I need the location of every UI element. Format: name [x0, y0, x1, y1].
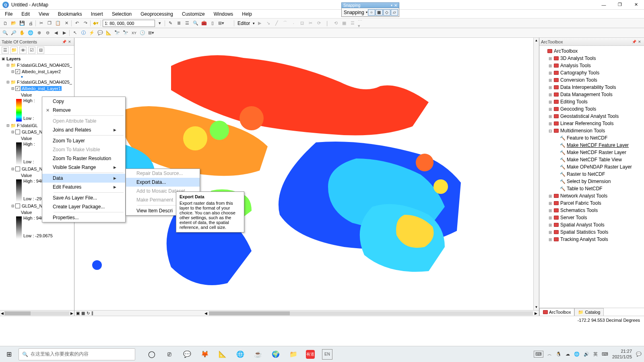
snapping-toolbar[interactable]: Snapping ▾ ✕ Snapping▾ ○ ▦ ◇ ▱: [341, 2, 399, 17]
tree-node[interactable]: ⊞Server Tools: [540, 214, 643, 221]
tree-node[interactable]: ⊞Data Management Tools: [540, 91, 643, 98]
identify-icon[interactable]: ⓘ: [80, 29, 87, 37]
menu-item[interactable]: Export Data...: [126, 178, 200, 187]
snap-point-button[interactable]: ○: [368, 9, 375, 16]
edit-arc-icon[interactable]: ⌒: [281, 20, 289, 27]
menu-item[interactable]: Properties...: [42, 213, 125, 222]
scale-dropdown-icon[interactable]: ▾: [156, 20, 163, 27]
menu-item[interactable]: Copy: [42, 97, 125, 106]
tree-node[interactable]: 🔨Make NetCDF Feature Layer: [540, 142, 643, 149]
snapping-title[interactable]: Snapping ▾ ✕: [341, 2, 399, 8]
map-hscroll-left[interactable]: ◀: [204, 311, 207, 315]
java-icon[interactable]: ☕: [253, 349, 263, 360]
tray-chevron-up-icon[interactable]: ︿: [547, 351, 552, 357]
html-popup-icon[interactable]: 💬: [97, 29, 104, 37]
edit-sketch-icon[interactable]: ☰: [349, 20, 356, 27]
snapping-close-icon[interactable]: ✕: [394, 3, 397, 8]
menu-file[interactable]: File: [3, 10, 14, 18]
list-by-drawing-order-icon[interactable]: ☰: [2, 47, 9, 54]
toc-horizontal-scrollbar[interactable]: ◀▶: [0, 310, 74, 316]
tree-node[interactable]: ⊞Data Interoperability Tools: [540, 84, 643, 91]
copy-icon[interactable]: ❐: [46, 20, 53, 27]
find-route-icon[interactable]: 🔭: [122, 29, 129, 37]
new-document-icon[interactable]: 🗋: [2, 20, 9, 27]
menu-customize[interactable]: Customize: [180, 10, 206, 18]
edit-vertex-icon[interactable]: ↘: [264, 20, 272, 27]
toc-close-icon[interactable]: ✕: [67, 40, 72, 44]
snapping-dropdown-caret[interactable]: ▾: [391, 4, 392, 7]
menu-selection[interactable]: Selection: [110, 10, 133, 18]
undo-icon[interactable]: ↶: [73, 20, 80, 27]
redo-icon[interactable]: ↷: [82, 20, 89, 27]
goto-xy-icon[interactable]: XY: [130, 29, 138, 37]
scale-input[interactable]: 1: 80, 000, 000: [103, 20, 155, 27]
tray-volume-icon[interactable]: 🔊: [584, 352, 589, 357]
minimize-button[interactable]: —: [596, 0, 612, 10]
toc-pin-icon[interactable]: 📌: [61, 40, 67, 44]
full-extent-icon[interactable]: 🌐: [27, 29, 34, 37]
youdao-icon[interactable]: 有道: [306, 350, 315, 359]
tree-node[interactable]: ⊞Cartography Tools: [540, 69, 643, 76]
tray-ime-indicator[interactable]: ⌨: [534, 351, 543, 358]
tree-node[interactable]: ⊟Multidimension Tools: [540, 127, 643, 134]
tree-node[interactable]: ⊞Geocoding Tools: [540, 105, 643, 113]
tree-node[interactable]: ArcToolbox: [540, 47, 643, 55]
snap-vertex-button[interactable]: ◇: [383, 9, 390, 16]
select-elements-icon[interactable]: ↖: [71, 29, 78, 37]
tray-clock[interactable]: 21:27 2021/1/25: [612, 349, 632, 359]
edit-attr-icon[interactable]: ▦: [341, 20, 348, 27]
hyperlink-icon[interactable]: ⚡: [88, 29, 95, 37]
menu-edit[interactable]: Edit: [20, 10, 31, 18]
tree-node[interactable]: 🔨Make OPeNDAP Raster Layer: [540, 163, 643, 171]
tree-node[interactable]: 🔨Make NetCDF Raster Layer: [540, 149, 643, 156]
paste-icon[interactable]: 📋: [54, 20, 62, 27]
refresh-view-icon[interactable]: ↻: [87, 311, 90, 315]
map-hscroll-right[interactable]: ▶: [535, 311, 537, 315]
snap-end-button[interactable]: ▦: [376, 9, 383, 16]
edit-cut-icon[interactable]: ✂: [307, 20, 314, 27]
tree-node[interactable]: 🔨Table to NetCDF: [540, 185, 643, 192]
next-extent-icon[interactable]: ▶: [61, 29, 68, 37]
tray-notifications-icon[interactable]: 💬: [636, 352, 642, 357]
tree-node[interactable]: ⊞Spatial Analyst Tools: [540, 221, 643, 228]
tree-node[interactable]: 🔨Select by Dimension: [540, 178, 643, 185]
tree-node[interactable]: ⊞Editing Tools: [540, 98, 643, 105]
edit-tool-icon[interactable]: ▶: [256, 20, 263, 27]
map-vertical-scrollbar[interactable]: ▲ ▼: [533, 38, 539, 310]
tree-node[interactable]: ⊞Analysis Tools: [540, 62, 643, 69]
menu-item[interactable]: Data▶: [42, 174, 125, 183]
menu-bookmarks[interactable]: Bookmarks: [56, 10, 84, 18]
fixed-zoom-in-icon[interactable]: ⊕: [35, 29, 43, 37]
edit-rotate-icon[interactable]: ⟲: [332, 20, 339, 27]
menu-item[interactable]: Joins and Relates▶: [42, 125, 125, 134]
tab-catalog[interactable]: 📁Catalog: [574, 308, 604, 316]
create-viewer-icon[interactable]: ⊞▾: [147, 29, 155, 37]
firefox-icon[interactable]: 🦊: [200, 349, 210, 360]
tab-arctoolbox[interactable]: ArcToolbox: [539, 308, 574, 316]
open-icon[interactable]: 📂: [10, 20, 17, 27]
tray-qq-icon[interactable]: 🐧: [556, 352, 561, 357]
zoom-in-icon[interactable]: 🔍: [2, 29, 9, 37]
layout-view-tab[interactable]: ▦: [81, 311, 85, 315]
editor-dropdown[interactable]: Editor: [236, 21, 252, 26]
tree-node[interactable]: ⊞3D Analyst Tools: [540, 55, 643, 62]
python-window-icon[interactable]: ▯: [209, 20, 216, 27]
tree-node[interactable]: 🔨Feature to NetCDF: [540, 134, 643, 142]
start-button[interactable]: ⊞: [2, 348, 15, 361]
toc-options-icon[interactable]: ⊟: [37, 47, 44, 54]
pan-icon[interactable]: ✋: [19, 29, 26, 37]
tree-node[interactable]: ⊞Network Analyst Tools: [540, 192, 643, 200]
tree-node[interactable]: ⊞Spatial Statistics Tools: [540, 228, 643, 236]
toc-icon[interactable]: ≣: [175, 20, 182, 27]
tree-node[interactable]: ⊞Conversion Tools: [540, 76, 643, 84]
menu-insert[interactable]: Insert: [89, 10, 105, 18]
menu-item[interactable]: Edit Features▶: [42, 183, 125, 191]
fixed-zoom-out-icon[interactable]: ⊖: [44, 29, 51, 37]
edit-line-icon[interactable]: ╱: [273, 20, 280, 27]
file-explorer-icon[interactable]: 📁: [288, 349, 299, 360]
list-by-visibility-icon[interactable]: 👁: [19, 47, 27, 54]
prev-extent-icon[interactable]: ◀: [52, 29, 60, 37]
model-builder-icon[interactable]: ⊞▾: [217, 20, 225, 27]
menu-geoprocessing[interactable]: Geoprocessing: [139, 10, 175, 18]
tree-node[interactable]: ⊞Geostatistical Analyst Tools: [540, 113, 643, 120]
